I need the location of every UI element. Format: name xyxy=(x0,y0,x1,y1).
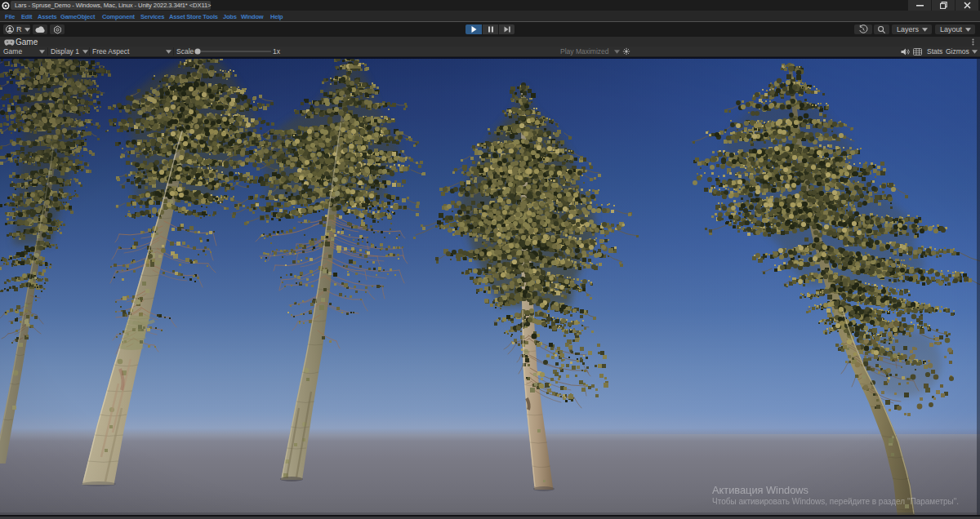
svg-text:Чтобы активировать Windows, пе: Чтобы активировать Windows, перейдите в … xyxy=(712,497,959,506)
svg-text:Активация Windows: Активация Windows xyxy=(712,484,808,496)
